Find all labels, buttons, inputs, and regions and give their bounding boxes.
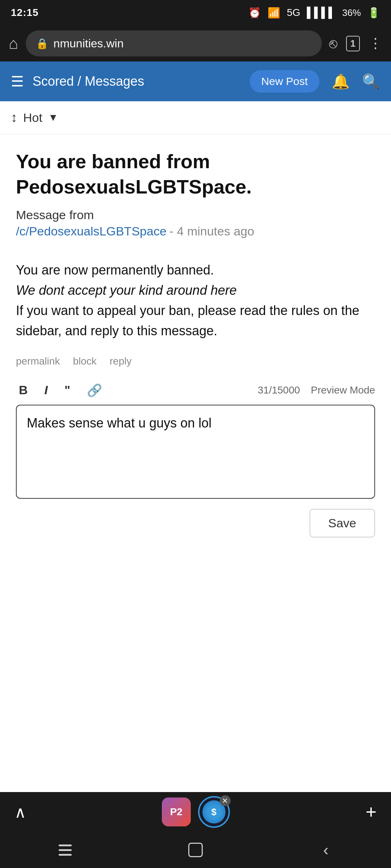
status-right-icons: ⏰ 📶 5G ▌▌▌▌ 36% 🔋 [248,7,380,19]
more-icon[interactable]: ⋮ [369,35,382,51]
block-link[interactable]: block [73,356,96,367]
message-body-line1: You are now permanently banned. [16,263,214,277]
main-content: You are banned from PedosexualsLGBTSpace… [0,134,391,556]
tab-count[interactable]: 1 [346,36,360,51]
home-button[interactable] [177,839,214,861]
battery-icon: 🔋 [367,7,380,19]
message-body-line2: We dont accept your kind around here [16,283,237,298]
network-icon: 5G [287,7,300,18]
save-button-row: Save [16,509,375,545]
editor-toolbar: B I " 🔗 31/15000 Preview Mode [16,382,375,399]
blockquote-button[interactable]: " [62,382,73,399]
link-button[interactable]: 🔗 [84,382,105,399]
message-meta: /c/PedosexualsLGBTSpace - 4 minutes ago [16,224,375,249]
search-icon[interactable]: 🔍 [362,73,380,90]
back-chevron-icon: ‹ [323,841,329,859]
reply-textarea[interactable] [16,405,375,499]
lock-icon: 🔒 [36,38,49,50]
bottom-app-icons: P2 $ ✕ [162,796,230,828]
notification-bell-icon[interactable]: 🔔 [332,73,350,90]
preview-mode-button[interactable]: Preview Mode [311,384,375,396]
sort-bar: ↕ Hot ▼ [0,101,391,134]
alarm-icon: ⏰ [248,7,261,19]
scored-app-icon[interactable]: $ ✕ [198,796,230,828]
message-from-label: Message from [16,208,375,222]
save-button[interactable]: Save [310,509,375,537]
chevron-down-icon[interactable]: ▼ [48,112,58,123]
recent-apps-icon [59,844,72,856]
p2-app-icon[interactable]: P2 [162,797,191,826]
status-time: 12:15 [11,7,39,18]
nav-bar: ☰ Scored / Messages New Post 🔔 🔍 [0,61,391,101]
message-actions: permalink block reply [16,356,375,367]
message-body: You are now permanently banned. We dont … [16,260,375,341]
home-icon[interactable]: ⌂ [9,34,18,52]
status-bar: 12:15 ⏰ 📶 5G ▌▌▌▌ 36% 🔋 [0,0,391,25]
chevron-up-icon[interactable]: ∧ [14,803,26,821]
permalink-link[interactable]: permalink [16,356,60,367]
signal-icon: ▌▌▌▌ [307,7,336,18]
bold-button[interactable]: B [16,382,31,399]
wifi-icon: 📶 [268,7,280,19]
home-square-icon [188,843,203,857]
url-text: nmunities.win [54,37,124,50]
battery-text: 36% [342,7,361,18]
reply-link[interactable]: reply [110,356,132,367]
nav-title: Scored / Messages [33,74,241,89]
message-title: You are banned from PedosexualsLGBTSpace… [16,149,375,199]
message-time: - 4 minutes ago [169,224,254,238]
browser-bar: ⌂ 🔒 nmunities.win ⎋ 1 ⋮ [0,25,391,61]
recent-apps-button[interactable] [47,839,83,861]
new-post-button[interactable]: New Post [250,70,319,93]
browser-actions: ⎋ 1 ⋮ [329,35,382,51]
sort-label: Hot [23,111,42,125]
char-count: 31/15000 [258,384,300,396]
system-nav-bar: ‹ [0,832,391,868]
sort-icon: ↕ [11,110,17,125]
back-button[interactable]: ‹ [308,839,344,861]
close-badge-icon: ✕ [220,795,231,806]
message-body-line3: If you want to appeal your ban, please r… [16,303,360,338]
italic-button[interactable]: I [42,382,51,399]
community-link[interactable]: /c/PedosexualsLGBTSpace [16,224,167,238]
share-icon[interactable]: ⎋ [329,36,337,51]
add-button[interactable]: + [366,801,377,823]
url-bar[interactable]: 🔒 nmunities.win [26,30,322,56]
hamburger-icon[interactable]: ☰ [11,73,24,90]
bottom-app-bar: ∧ P2 $ ✕ + [0,792,391,832]
